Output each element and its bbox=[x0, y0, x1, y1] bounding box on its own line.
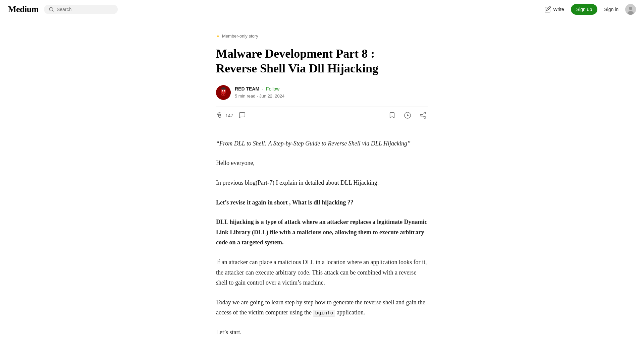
svg-point-19 bbox=[424, 116, 426, 118]
site-header: Medium Write Sign up Sign in bbox=[0, 0, 644, 19]
bookmark-icon bbox=[388, 112, 396, 120]
main-content: ✦ Member-only story Malware Development … bbox=[208, 19, 436, 362]
clap-button[interactable]: 147 bbox=[216, 111, 233, 120]
author-name[interactable]: RED TEAM bbox=[235, 85, 259, 93]
svg-marker-16 bbox=[407, 114, 409, 116]
write-icon bbox=[544, 6, 551, 13]
svg-rect-13 bbox=[222, 87, 225, 89]
search-input[interactable] bbox=[57, 7, 110, 12]
comment-icon bbox=[238, 112, 246, 120]
p7-after-code: application. bbox=[337, 309, 365, 316]
author-details: 5 min read · Jun 22, 2024 bbox=[235, 93, 284, 100]
paragraph-4: Let’s revise it again in short , What is… bbox=[216, 197, 428, 208]
publish-date: Jun 22, 2024 bbox=[259, 93, 284, 100]
svg-rect-7 bbox=[221, 93, 225, 96]
listen-button[interactable] bbox=[402, 110, 413, 121]
signin-button[interactable]: Sign in bbox=[604, 7, 619, 12]
svg-rect-8 bbox=[222, 94, 223, 95]
dot-separator: · bbox=[262, 85, 263, 93]
play-icon bbox=[404, 112, 411, 120]
svg-line-20 bbox=[422, 116, 424, 117]
article-body: “From DLL to Shell: A Step-by-Step Guide… bbox=[216, 138, 428, 338]
member-badge-label: Member-only story bbox=[222, 33, 258, 40]
write-label: Write bbox=[553, 6, 564, 13]
header-left: Medium bbox=[8, 2, 118, 16]
member-badge: ✦ Member-only story bbox=[216, 33, 428, 40]
author-avatar[interactable] bbox=[216, 85, 231, 100]
svg-point-11 bbox=[224, 90, 225, 92]
detail-separator: · bbox=[257, 93, 258, 100]
svg-point-17 bbox=[424, 112, 426, 114]
author-name-row: RED TEAM · Follow bbox=[235, 85, 284, 93]
author-meta: RED TEAM · Follow 5 min read · Jun 22, 2… bbox=[235, 85, 284, 100]
site-logo[interactable]: Medium bbox=[8, 2, 39, 16]
article-title: Malware Development Part 8 : Reverse She… bbox=[216, 47, 428, 75]
share-button[interactable] bbox=[418, 110, 428, 121]
read-time: 5 min read bbox=[235, 93, 255, 100]
write-button[interactable]: Write bbox=[544, 6, 564, 13]
clap-icon bbox=[216, 111, 223, 120]
paragraph-2: Hello everyone, bbox=[216, 158, 428, 168]
svg-rect-9 bbox=[224, 94, 225, 95]
search-bar[interactable] bbox=[44, 5, 118, 14]
svg-point-3 bbox=[629, 7, 632, 10]
action-bar: 147 bbox=[216, 107, 428, 125]
svg-line-1 bbox=[52, 10, 53, 11]
avatar[interactable] bbox=[625, 4, 636, 15]
share-icon bbox=[419, 112, 427, 120]
svg-line-21 bbox=[422, 114, 424, 115]
signup-button[interactable]: Sign up bbox=[571, 4, 597, 15]
follow-button[interactable]: Follow bbox=[266, 86, 279, 92]
action-right bbox=[387, 110, 428, 121]
star-icon: ✦ bbox=[216, 33, 220, 40]
svg-point-18 bbox=[420, 114, 422, 116]
svg-point-10 bbox=[222, 90, 223, 92]
comment-button[interactable] bbox=[238, 112, 246, 120]
paragraph-3: In previous blog(Part-7) I explain in de… bbox=[216, 178, 428, 188]
header-right: Write Sign up Sign in bbox=[544, 4, 636, 15]
clap-count: 147 bbox=[225, 113, 233, 118]
action-left: 147 bbox=[216, 111, 246, 120]
paragraph-5: DLL hijacking is a type of attack where … bbox=[216, 217, 428, 248]
paragraph-7: Today we are going to learn step by step… bbox=[216, 297, 428, 318]
author-row: RED TEAM · Follow 5 min read · Jun 22, 2… bbox=[216, 85, 428, 100]
paragraph-1: “From DLL to Shell: A Step-by-Step Guide… bbox=[216, 138, 428, 149]
search-icon bbox=[49, 7, 54, 12]
bookmark-button[interactable] bbox=[387, 110, 397, 121]
p7-code: bginfo bbox=[313, 310, 335, 317]
paragraph-8: Let’s start. bbox=[216, 327, 428, 338]
paragraph-6: If an attacker can place a malicious DLL… bbox=[216, 257, 428, 288]
